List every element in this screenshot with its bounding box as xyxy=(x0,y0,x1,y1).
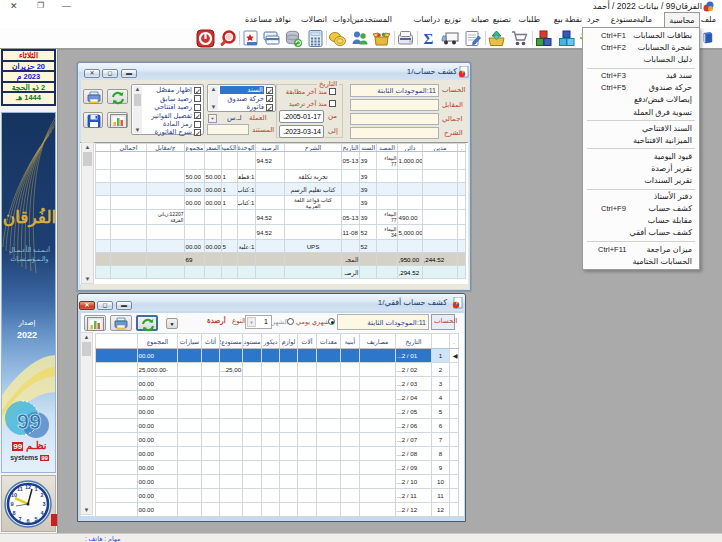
svg-text:10: 10 xyxy=(11,492,17,498)
svg-text:7: 7 xyxy=(18,516,21,522)
svg-text:99: 99 xyxy=(17,409,41,434)
svg-text:2: 2 xyxy=(40,492,43,498)
svg-text:6: 6 xyxy=(26,518,29,524)
svg-text:1: 1 xyxy=(34,486,37,492)
svg-text:11: 11 xyxy=(17,486,23,492)
svg-text:12: 12 xyxy=(25,484,31,490)
svg-text:Σ: Σ xyxy=(424,31,434,47)
svg-text:3: 3 xyxy=(42,501,45,507)
svg-text:9: 9 xyxy=(10,501,13,507)
svg-text:5: 5 xyxy=(34,516,37,522)
svg-text:8: 8 xyxy=(12,510,15,516)
